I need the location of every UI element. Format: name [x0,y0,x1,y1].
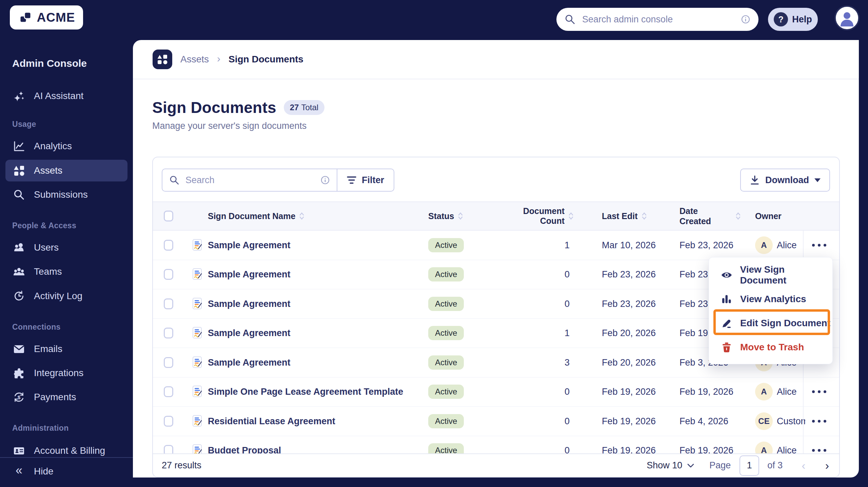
table-row[interactable]: Residential Lease Agreement Active 0 Feb… [153,407,839,436]
chevron-right-icon: › [217,53,220,64]
row-checkbox[interactable] [164,416,173,427]
owner-name: Alice [777,387,805,397]
column-header-document-count[interactable]: Document Count [506,202,573,230]
table-row[interactable]: Simple One Page Lease Agreement Template… [153,377,839,407]
sidebar-section-administration: Administration [12,424,68,433]
sidebar-hide-button[interactable]: « Hide [5,461,127,482]
table-search-input[interactable] [185,175,315,186]
column-header-status[interactable]: Status [428,202,463,230]
column-header-name[interactable]: Sign Document Name [208,202,304,230]
menu-item-edit-sign-document[interactable]: Edit Sign Document [709,311,832,335]
sidebar-item-account-billing[interactable]: Account & Billing [5,440,127,462]
acme-logo[interactable]: ACME [10,5,83,30]
next-page-button[interactable]: › [825,459,829,472]
sort-icon[interactable] [736,212,741,220]
last-edit-date: Feb 19, 2026 [602,387,656,397]
breadcrumb-current: Sign Documents [229,54,303,65]
sidebar-item-payments[interactable]: $ Payments [5,386,127,408]
row-checkbox[interactable] [164,298,173,309]
info-icon[interactable] [320,175,330,185]
owner-name: Customer [777,416,805,426]
sidebar-item-activity-log[interactable]: Activity Log [5,285,127,307]
document-name[interactable]: Sample Agreement [208,328,291,338]
row-actions-button[interactable] [811,420,827,423]
admin-search-bar [556,8,758,31]
pencil-icon [721,318,733,328]
page-size-select[interactable]: Show 10 [647,460,694,471]
document-count: 0 [502,269,570,280]
page-number-input[interactable] [739,455,759,476]
sidebar-item-label: Emails [34,344,62,354]
page-label: Page [709,460,731,471]
admin-search-input[interactable] [581,14,735,25]
divider [133,79,859,79]
row-actions-menu: View Sign Document View Analytics Edit S… [709,257,833,364]
sparkles-icon [13,90,25,102]
download-icon [750,175,760,185]
sidebar-hide-label: Hide [34,466,54,477]
breadcrumb-parent[interactable]: Assets [180,54,209,65]
sidebar-item-analytics[interactable]: Analytics [5,135,127,157]
owner-avatar: A [755,236,773,254]
table-header: Sign Document Name Status Document Count… [153,201,839,231]
sidebar-item-teams[interactable]: Teams [5,261,127,283]
user-avatar[interactable] [834,5,860,31]
help-button[interactable]: ? Help [768,8,818,31]
sidebar-item-integrations[interactable]: Integrations [5,362,127,384]
sort-icon[interactable] [642,212,647,220]
select-all-checkbox[interactable] [164,211,173,221]
row-checkbox[interactable] [164,269,173,280]
sidebar-item-emails[interactable]: Emails [5,338,127,360]
integrations-icon [13,367,25,379]
menu-item-view-sign-document[interactable]: View Sign Document [709,263,832,287]
row-checkbox[interactable] [164,357,173,368]
row-checkbox[interactable] [164,386,173,397]
person-icon [837,8,857,28]
document-icon [192,356,203,369]
sort-icon[interactable] [569,212,573,220]
emails-icon [13,343,25,355]
last-edit-date: Feb 23, 2026 [602,298,656,309]
document-name[interactable]: Sample Agreement [208,298,291,309]
status-badge: Active [428,414,464,428]
sidebar-item-assets[interactable]: Assets [5,160,127,181]
column-header-date-created[interactable]: Date Created [679,202,741,230]
row-checkbox[interactable] [164,240,173,251]
info-icon[interactable] [741,15,750,24]
filter-button[interactable]: Filter [337,169,394,192]
row-actions-button[interactable] [811,390,827,393]
table-row[interactable]: Sample Agreement Active 1 Mar 10, 2026 F… [153,231,839,260]
sidebar-item-ai-assistant[interactable]: AI Assistant [5,85,127,107]
sort-icon[interactable] [458,212,463,220]
row-actions-button[interactable] [811,244,827,247]
sidebar-item-label: Payments [34,392,76,403]
document-name[interactable]: Sample Agreement [208,269,291,280]
sidebar-item-users[interactable]: Users [5,237,127,258]
download-button[interactable]: Download [740,169,830,192]
status-badge: Active [428,267,464,281]
badge-label: Total [301,103,318,112]
document-name[interactable]: Simple One Page Lease Agreement Template [208,387,403,397]
status-badge: Active [428,238,464,252]
page-of-label: of 3 [767,460,783,471]
assets-icon [13,164,25,177]
help-label: Help [792,14,812,25]
row-checkbox[interactable] [164,328,173,338]
menu-item-move-to-trash[interactable]: Move to Trash [709,335,832,359]
sort-icon[interactable] [299,212,304,220]
chevron-down-icon [687,463,694,468]
sidebar-item-label: Activity Log [34,291,82,301]
content-panel: Assets › Sign Documents Sign Documents 2… [133,40,859,478]
document-name[interactable]: Sample Agreement [208,240,291,250]
document-name[interactable]: Sample Agreement [208,357,291,368]
column-header-last-edit[interactable]: Last Edit [602,202,647,230]
ellipsis-icon [811,449,827,452]
ellipsis-icon [811,390,827,393]
last-edit-date: Mar 10, 2026 [602,240,656,250]
date-created: Feb 4, 2026 [679,416,728,426]
menu-item-view-analytics[interactable]: View Analytics [709,287,832,311]
document-name[interactable]: Residential Lease Agreement [208,416,335,426]
previous-page-button[interactable]: ‹ [802,459,805,472]
row-actions-button[interactable] [811,449,827,452]
sidebar-item-submissions[interactable]: Submissions [5,184,127,206]
